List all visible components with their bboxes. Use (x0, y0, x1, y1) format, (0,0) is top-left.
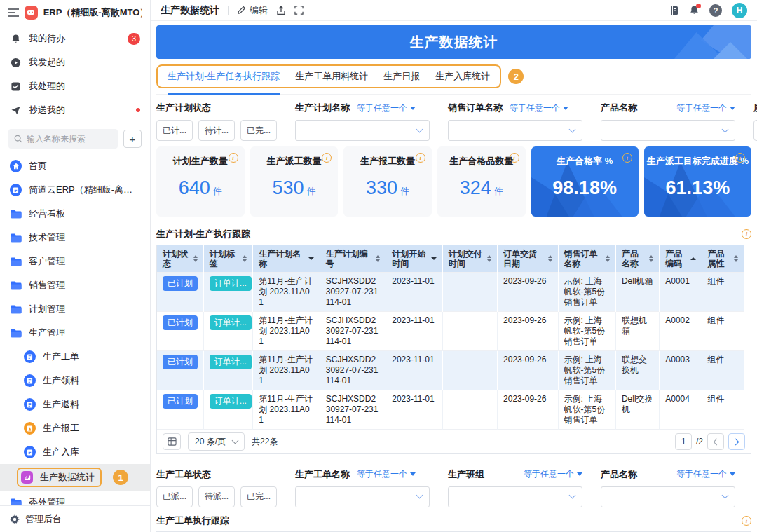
sidebar-item-outsourcing-mgmt[interactable]: 委外管理 (0, 491, 150, 505)
tab-plan-task-tracking[interactable]: 生产计划-生产任务执行跟踪 (168, 70, 280, 83)
info-icon[interactable]: i (742, 229, 751, 239)
filter-operator[interactable]: 等于任意一个 (357, 102, 416, 114)
sidebar-item-production-workorder[interactable]: 生产工单 (0, 345, 150, 369)
info-icon[interactable]: i (416, 153, 425, 163)
prev-page-button[interactable] (707, 433, 724, 450)
filter-operator[interactable]: 等于任意一个 (676, 468, 735, 480)
table-row: 已计划 订单计... 第11月-生产计划 2023.11A01 SCJHXSDD… (157, 390, 744, 429)
sidebar-item-production-return[interactable]: 生产退料 (0, 393, 150, 416)
filter-button-pending-dispatch[interactable]: 待派... (198, 486, 235, 507)
sidebar-item-business-dashboard[interactable]: 经营看板 (0, 202, 150, 226)
sidebar-item-cc-to-me[interactable]: 抄送我的 (0, 98, 150, 122)
notifications-bell-icon[interactable] (689, 5, 700, 15)
user-avatar[interactable]: H (732, 3, 747, 18)
plan-table-pagination: 20 条/页 共22条 /2 (156, 430, 751, 454)
col-sales-order[interactable]: 销售订单名称 (558, 245, 615, 272)
notebook-icon[interactable] (669, 6, 679, 15)
filter-operator[interactable]: 等于任意一个 (524, 468, 582, 480)
sales-order-select[interactable] (448, 120, 582, 141)
share-icon[interactable] (276, 6, 286, 15)
col-plan-no[interactable]: 生产计划编号 (320, 245, 386, 272)
divider (228, 6, 229, 15)
info-icon[interactable]: i (510, 153, 519, 163)
add-app-button[interactable]: + (123, 130, 142, 148)
filter-button-dispatched[interactable]: 已派... (156, 486, 193, 507)
fullscreen-icon[interactable] (294, 6, 304, 15)
col-plan-start[interactable]: 计划开始时间 (386, 245, 442, 272)
filter-plan-name: 生产计划名称 等于任意一个 (295, 102, 430, 141)
tag-badge: 订单计... (210, 315, 252, 330)
sidebar-item-initiated-by-me[interactable]: 我发起的 (0, 50, 150, 74)
filter-button-defective[interactable]: 不良品 (753, 120, 757, 141)
chevron-right-icon (732, 438, 739, 445)
search-box[interactable] (8, 129, 118, 149)
sidebar-quick-section: 我的待办 3 我发起的 我处理的 抄送我的 (0, 24, 150, 123)
filter-button-finished[interactable]: 已完... (240, 486, 277, 507)
product-name-select[interactable] (601, 120, 735, 141)
status-badge: 已计划 (163, 355, 198, 369)
sidebar-item-handled-by-me[interactable]: 我处理的 (0, 74, 150, 98)
sort-icon (193, 255, 198, 262)
plan-name-select[interactable] (295, 120, 430, 141)
col-plan-status[interactable]: 计划状态 (157, 245, 203, 272)
sidebar-item-jiandaoyun-erp[interactable]: 简道云ERP（精细版-离散MTO）「... (0, 178, 150, 202)
filter-operator[interactable]: 等于任意一个 (510, 102, 568, 114)
sidebar-item-customer-mgmt[interactable]: 客户管理 (0, 250, 150, 273)
column-settings-icon[interactable] (163, 433, 181, 450)
page-size-select[interactable]: 20 条/页 (188, 432, 245, 451)
sidebar-item-my-todo[interactable]: 我的待办 3 (0, 27, 150, 50)
tab-production-daily[interactable]: 生产日报 (383, 70, 420, 83)
edit-button[interactable]: 编辑 (237, 4, 268, 17)
document-icon (24, 350, 36, 363)
sidebar-item-production-data-stats[interactable]: 生产数据统计 1 (0, 464, 150, 491)
col-product-attr[interactable]: 产品属性 (702, 245, 744, 272)
info-icon[interactable]: i (742, 516, 751, 526)
page-title: 生产数据统计 (161, 4, 219, 17)
info-icon[interactable]: i (735, 153, 745, 163)
page-number-input[interactable] (675, 433, 692, 450)
col-plan-tag[interactable]: 计划标签 (203, 245, 252, 272)
menu-toggle-icon[interactable] (8, 8, 19, 17)
filter-button-planned[interactable]: 已计... (156, 120, 193, 141)
info-icon[interactable]: i (229, 153, 238, 163)
caret-down-icon (410, 472, 416, 476)
team-select[interactable] (448, 486, 582, 507)
filter-operator[interactable]: 等于任意一个 (357, 468, 416, 480)
col-order-delivery-date[interactable]: 订单交货日期 (498, 245, 558, 272)
stat-card-dispatched-qty: i 生产派工数量 530件 (250, 146, 339, 217)
search-input[interactable] (27, 134, 112, 144)
sort-icon (487, 255, 491, 262)
help-icon[interactable]: ? (709, 4, 722, 17)
sidebar-item-tech-mgmt[interactable]: 技术管理 (0, 226, 150, 250)
sidebar-item-home[interactable]: 首页 (0, 154, 150, 178)
filter-button-finished[interactable]: 已完... (240, 120, 277, 141)
col-plan-name[interactable]: 生产计划名称 (253, 245, 320, 272)
info-icon[interactable]: i (322, 153, 332, 163)
tab-inbound-stats[interactable]: 生产入库统计 (435, 70, 490, 83)
sidebar-item-planning-mgmt[interactable]: 计划管理 (0, 297, 150, 321)
notification-dot (696, 4, 701, 8)
sidebar-item-production-report[interactable]: 生产报工 (0, 416, 150, 440)
product-name-select-2[interactable] (601, 486, 735, 507)
col-plan-deliver[interactable]: 计划交付时间 (442, 245, 497, 272)
sidebar-item-production-picking[interactable]: 生产领料 (0, 369, 150, 393)
workorder-name-select[interactable] (295, 486, 430, 507)
app-logo-icon (25, 6, 38, 20)
sort-icon (243, 255, 247, 262)
sidebar-item-label: 首页 (29, 160, 140, 172)
col-product-name[interactable]: 产品名称 (615, 245, 659, 272)
sidebar-item-label: 生产退料 (43, 398, 140, 411)
next-page-button[interactable] (728, 433, 745, 450)
filter-button-pending[interactable]: 待计... (198, 120, 235, 141)
folder-icon (10, 305, 22, 314)
sidebar-item-sales-mgmt[interactable]: 销售管理 (0, 273, 150, 297)
col-product-code[interactable]: 产品编码 (660, 245, 702, 272)
table-row: 已计划 订单计... 第11月-生产计划 2023.11A01 SCJHXSDD… (157, 311, 744, 350)
sidebar-item-production-inbound[interactable]: 生产入库 (0, 440, 150, 464)
tab-workorder-material-stats[interactable]: 生产工单用料统计 (295, 70, 368, 83)
info-icon[interactable]: i (622, 153, 632, 163)
filter-operator[interactable]: 等于任意一个 (676, 102, 735, 114)
plan-filters: 生产计划状态 已计... 待计... 已完... 生产计划名称 等于任意一个 销… (156, 102, 751, 141)
sidebar-item-production-mgmt[interactable]: 生产管理 (0, 321, 150, 345)
admin-console[interactable]: 管理后台 (0, 505, 150, 532)
